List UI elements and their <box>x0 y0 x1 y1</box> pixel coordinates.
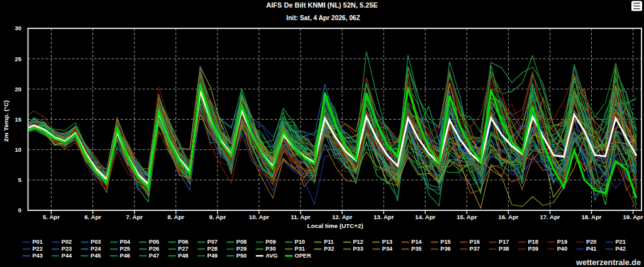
svg-text:17. Apr: 17. Apr <box>540 213 560 220</box>
svg-text:P14: P14 <box>411 239 422 245</box>
svg-text:AVG: AVG <box>265 253 277 259</box>
svg-text:P49: P49 <box>208 253 218 259</box>
svg-text:9. Apr: 9. Apr <box>209 213 226 220</box>
svg-text:P09: P09 <box>265 239 275 245</box>
svg-text:P19: P19 <box>557 239 567 245</box>
svg-text:P22: P22 <box>32 246 42 252</box>
svg-text:AIFS De Bilt KNMI (NL) 52N, 5.: AIFS De Bilt KNMI (NL) 52N, 5.25E <box>266 1 377 9</box>
svg-text:P30: P30 <box>265 246 275 252</box>
svg-text:P25: P25 <box>120 246 130 252</box>
svg-text:P33: P33 <box>353 246 363 252</box>
svg-text:P40: P40 <box>557 246 567 252</box>
svg-text:P07: P07 <box>208 239 218 245</box>
svg-text:Local time (UTC+2): Local time (UTC+2) <box>307 222 363 229</box>
svg-text:P37: P37 <box>470 246 480 252</box>
svg-text:P36: P36 <box>440 246 450 252</box>
svg-text:P10: P10 <box>295 239 305 245</box>
svg-text:P26: P26 <box>149 246 159 252</box>
svg-text:P39: P39 <box>528 246 538 252</box>
svg-text:wetterzentrale.de: wetterzentrale.de <box>575 258 641 267</box>
svg-text:15. Apr: 15. Apr <box>457 213 477 220</box>
svg-text:P13: P13 <box>382 239 392 245</box>
svg-text:P43: P43 <box>32 253 42 259</box>
svg-text:Init: Sat, 4 Apr 2026, 06Z: Init: Sat, 4 Apr 2026, 06Z <box>286 14 360 21</box>
svg-text:P48: P48 <box>178 253 188 259</box>
svg-text:P21: P21 <box>615 239 625 245</box>
svg-text:5: 5 <box>18 176 22 183</box>
svg-text:OPER: OPER <box>295 253 311 259</box>
svg-text:P42: P42 <box>615 246 625 252</box>
svg-text:P01: P01 <box>32 239 42 245</box>
svg-text:P02: P02 <box>62 239 72 245</box>
svg-text:P45: P45 <box>91 253 101 259</box>
svg-text:2m Temp. (°C): 2m Temp. (°C) <box>3 100 9 142</box>
svg-text:20: 20 <box>14 86 21 93</box>
svg-text:P04: P04 <box>120 239 131 245</box>
svg-text:5. Apr: 5. Apr <box>43 213 60 220</box>
svg-text:P44: P44 <box>62 253 72 259</box>
svg-text:18. Apr: 18. Apr <box>581 213 601 220</box>
svg-text:P15: P15 <box>440 239 450 245</box>
svg-text:P03: P03 <box>91 239 101 245</box>
svg-text:19. Apr: 19. Apr <box>623 213 643 220</box>
svg-text:P46: P46 <box>120 253 130 259</box>
svg-text:P29: P29 <box>236 246 247 252</box>
svg-text:11. Apr: 11. Apr <box>291 213 311 220</box>
svg-text:P17: P17 <box>499 239 509 245</box>
svg-text:P41: P41 <box>586 246 596 252</box>
svg-text:P16: P16 <box>470 239 480 245</box>
svg-text:25: 25 <box>14 55 21 62</box>
svg-text:P38: P38 <box>499 246 509 252</box>
svg-text:P18: P18 <box>528 239 538 245</box>
svg-text:P47: P47 <box>149 253 159 259</box>
svg-text:P28: P28 <box>208 246 218 252</box>
svg-text:14. Apr: 14. Apr <box>415 213 435 220</box>
svg-text:P34: P34 <box>382 246 393 252</box>
svg-text:P23: P23 <box>62 246 72 252</box>
svg-text:0: 0 <box>18 207 21 213</box>
svg-text:P20: P20 <box>586 239 596 245</box>
svg-text:P24: P24 <box>91 246 101 252</box>
svg-text:P32: P32 <box>324 246 334 252</box>
svg-text:P31: P31 <box>295 246 305 252</box>
svg-text:P05: P05 <box>149 239 159 245</box>
svg-text:P35: P35 <box>411 246 421 252</box>
svg-text:P50: P50 <box>236 253 247 259</box>
svg-text:7. Apr: 7. Apr <box>126 213 143 220</box>
svg-text:P06: P06 <box>178 239 188 245</box>
svg-text:P12: P12 <box>353 239 363 245</box>
svg-text:15: 15 <box>14 116 21 123</box>
svg-text:30: 30 <box>14 25 21 31</box>
svg-text:12. Apr: 12. Apr <box>332 213 352 220</box>
svg-text:P08: P08 <box>236 239 247 245</box>
svg-text:6. Apr: 6. Apr <box>84 213 101 220</box>
svg-text:10: 10 <box>14 146 21 153</box>
svg-text:P11: P11 <box>324 239 334 245</box>
svg-text:8. Apr: 8. Apr <box>167 213 184 220</box>
svg-text:P27: P27 <box>178 246 188 252</box>
svg-text:13. Apr: 13. Apr <box>374 213 394 220</box>
svg-text:16. Apr: 16. Apr <box>498 213 518 220</box>
svg-text:10. Apr: 10. Apr <box>249 213 269 220</box>
